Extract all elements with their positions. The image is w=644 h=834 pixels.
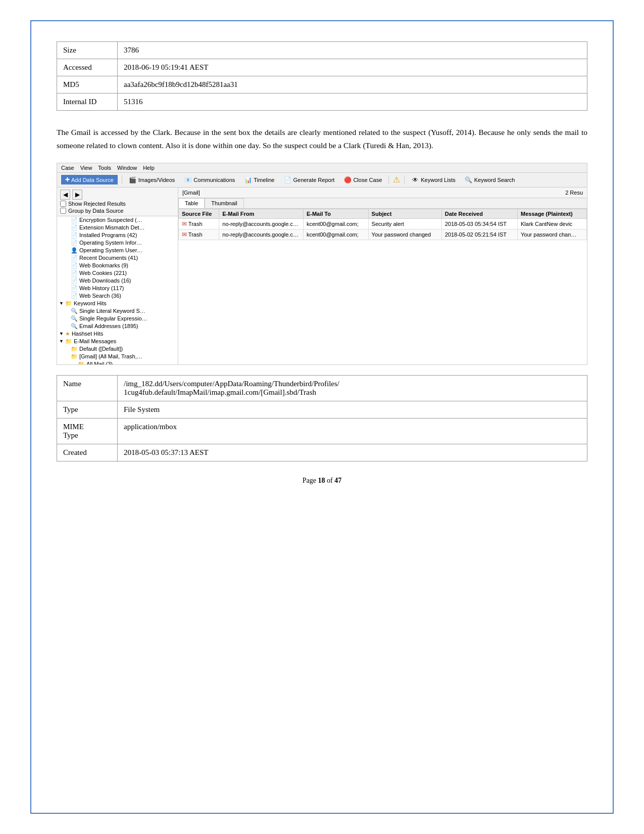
doc-icon: 📄 [71, 217, 78, 223]
menu-tools[interactable]: Tools [98, 165, 111, 171]
nav-arrows: ◀ ▶ [60, 190, 82, 200]
top-metadata-table: Size 3786 Accessed 2018-06-19 05:19:41 A… [57, 41, 587, 111]
tree-item[interactable]: 📄 Installed Programs (42) [57, 231, 178, 239]
plus-icon: ✚ [65, 176, 70, 183]
tree-item[interactable]: 📄 Operating System Infor… [57, 239, 178, 247]
keyword-search-button[interactable]: 🔍 Keyword Search [462, 175, 518, 185]
tree-item-label: Web Cookies (221) [79, 270, 127, 276]
forward-arrow[interactable]: ▶ [72, 190, 82, 200]
tree-item-label: [Gmail] (All Mail, Trash,… [79, 353, 142, 359]
column-header: Source File [179, 209, 219, 218]
separator [122, 175, 122, 184]
menu-window[interactable]: Window [117, 165, 137, 171]
tree-item[interactable]: 👤 Operating System User… [57, 247, 178, 254]
images-videos-button[interactable]: 🎬 Images/Videos [126, 175, 178, 185]
back-arrow[interactable]: ◀ [60, 190, 70, 200]
doc-icon: 📄 [71, 255, 78, 261]
keyword-lists-button[interactable]: 👁 Keyword Lists [409, 175, 458, 185]
table-row: Name /img_182.dd/Users/computer/AppData/… [57, 375, 587, 401]
table-cell: kcent00@gmail.com; [303, 229, 368, 240]
meta-value: aa3afa26bc9f18b9cd12b48f5281aa31 [118, 76, 587, 94]
tree-item[interactable]: ▼ 📁 Keyword Hits [57, 300, 178, 307]
timeline-button[interactable]: 📊 Timeline [241, 175, 277, 185]
tree-item[interactable]: 🔍 Single Literal Keyword S… [57, 307, 178, 315]
tree-item-label: Installed Programs (42) [79, 232, 137, 238]
close-case-icon: 🔴 [343, 176, 352, 184]
table-row: ✉ Trashno-reply@accounts.google.com;kcen… [179, 218, 587, 229]
close-case-button[interactable]: 🔴 Close Case [341, 175, 384, 185]
tree-item[interactable]: ▼ ★ Hashset Hits [57, 330, 178, 338]
generate-report-button[interactable]: 📄 Generate Report [281, 175, 337, 185]
doc-icon: 📄 [71, 285, 78, 292]
tree-item[interactable]: 📄 Web Cookies (221) [57, 269, 178, 277]
table-cell: Your password chan… [518, 229, 587, 240]
meta-label: MIMEType [57, 418, 118, 444]
tree-item[interactable]: 📄 Extension Mismatch Det… [57, 224, 178, 231]
table-cell: no-reply@accounts.google.com; [219, 218, 304, 229]
separator3 [404, 175, 405, 184]
column-header: E-Mail To [303, 209, 368, 218]
menu-bar: Case View Tools Window Help [57, 163, 587, 173]
tabs-row: Table Thumbnail [178, 198, 587, 209]
tree-item-label: Extension Mismatch Det… [79, 224, 145, 230]
tab-thumbnail[interactable]: Thumbnail [205, 198, 243, 208]
column-header: Subject [368, 209, 441, 218]
tree-item[interactable]: ▼ 📁 E-Mail Messages [57, 338, 178, 345]
tree-container: 📄 Encryption Suspected (… 📄 Extension Mi… [57, 216, 178, 364]
meta-label: Type [57, 401, 118, 418]
table-row: ✉ Trashno-reply@accounts.google.com;kcen… [179, 229, 587, 240]
images-videos-icon: 🎬 [129, 176, 137, 184]
tree-item[interactable]: 📄 Web Bookmarks (9) [57, 262, 178, 269]
tree-item-label: Single Literal Keyword S… [79, 308, 145, 314]
tree-item[interactable]: 📄 Encryption Suspected (… [57, 216, 178, 224]
tab-table[interactable]: Table [178, 198, 205, 208]
tree-item[interactable]: 📄 Web Search (36) [57, 292, 178, 300]
search-icon: 🔍 [71, 315, 78, 322]
meta-value: 3786 [118, 42, 587, 59]
meta-label: Name [57, 375, 118, 401]
main-area: ◀ ▶ Show Rejected Results Group by Data … [57, 188, 587, 364]
tree-item[interactable]: 📄 Web History (117) [57, 285, 178, 292]
search-icon: 🔍 [71, 308, 78, 314]
table-cell: kcent00@gmail.com; [303, 218, 368, 229]
page-total: 47 [334, 477, 341, 484]
show-rejected-row: Show Rejected Results [60, 201, 175, 207]
separator2 [388, 175, 389, 184]
tree-item-label: Web Search (36) [79, 293, 121, 299]
folder-icon: 📁 [78, 361, 85, 364]
tree-item-label: Single Regular Expressio… [79, 315, 147, 321]
menu-help[interactable]: Help [143, 165, 155, 171]
tree-item[interactable]: 🔍 Single Regular Expressio… [57, 315, 178, 322]
tree-item[interactable]: 📁 Default ([Default]) [57, 345, 178, 353]
table-row: MD5 aa3afa26bc9f18b9cd12b48f5281aa31 [57, 76, 587, 94]
show-rejected-checkbox[interactable] [60, 201, 66, 207]
column-header: Message (Plaintext) [518, 209, 587, 218]
meta-value: 2018-05-03 05:37:13 AEST [118, 444, 587, 461]
meta-label: Accessed [57, 59, 118, 76]
tree-item[interactable]: 📁 [Gmail] (All Mail, Trash,… [57, 353, 178, 360]
tree-item[interactable]: 📄 Web Downloads (16) [57, 277, 178, 285]
search-icon: 🔍 [71, 323, 78, 330]
alert-icon: ⚠ [393, 175, 400, 184]
tree-item-label: Encryption Suspected (… [79, 217, 142, 223]
group-by-checkbox[interactable] [60, 208, 66, 214]
table-cell: Klark CantNew devic [518, 218, 587, 229]
page-label: Page [303, 477, 318, 484]
left-panel-toolbar: ◀ ▶ Show Rejected Results Group by Data … [57, 188, 178, 216]
table-row: Type File System [57, 401, 587, 418]
add-data-source-button[interactable]: ✚ Add Data Source [61, 175, 118, 184]
tree-item[interactable]: 📁 All Mail (3) [57, 360, 178, 364]
page-current: 18 [318, 477, 325, 484]
meta-label: Size [57, 42, 118, 59]
tree-item[interactable]: 📄 Recent Documents (41) [57, 254, 178, 262]
tree-item[interactable]: 🔍 Email Addresses (1895) [57, 322, 178, 330]
doc-icon: 📄 [71, 224, 78, 231]
bottom-metadata-table: Name /img_182.dd/Users/computer/AppData/… [57, 375, 587, 461]
folder-icon: 📁 [65, 338, 72, 345]
star-icon: ★ [65, 331, 70, 337]
communications-button[interactable]: 📧 Communications [181, 175, 237, 185]
menu-case[interactable]: Case [61, 165, 74, 171]
tree-item-label: Web Downloads (16) [79, 277, 131, 284]
page-border: Size 3786 Accessed 2018-06-19 05:19:41 A… [30, 20, 614, 814]
menu-view[interactable]: View [80, 165, 92, 171]
